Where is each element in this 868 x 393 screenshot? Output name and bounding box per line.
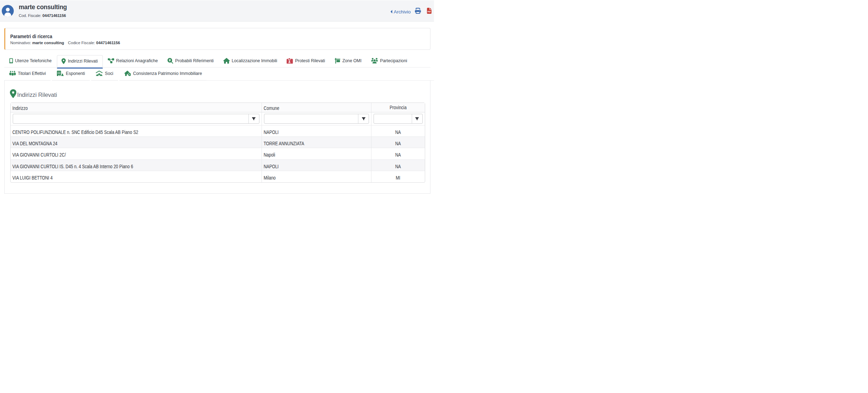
svg-text:PDF: PDF (428, 11, 431, 13)
